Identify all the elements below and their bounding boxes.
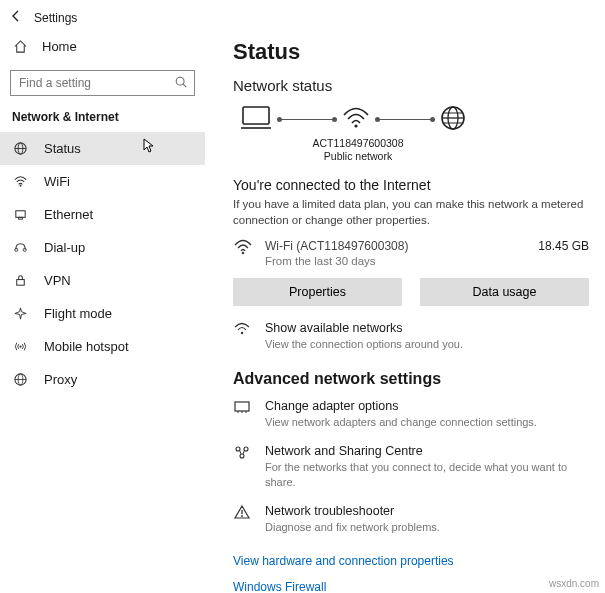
- network-status-heading: Network status: [233, 77, 589, 94]
- svg-point-35: [241, 515, 243, 517]
- advanced-heading: Advanced network settings: [233, 370, 589, 388]
- wifi-icon: [233, 238, 253, 259]
- vpn-icon: [12, 273, 28, 288]
- page-title: Status: [233, 39, 589, 65]
- wifi-label: Wi-Fi (ACT118497600308): [265, 238, 526, 254]
- option-desc: For the networks that you connect to, de…: [265, 460, 589, 489]
- network-diagram: [239, 104, 589, 135]
- svg-rect-7: [18, 217, 22, 219]
- airplane-icon: [12, 306, 28, 321]
- datausage-button[interactable]: Data usage: [420, 278, 589, 306]
- svg-rect-10: [16, 280, 24, 286]
- dialup-icon: [12, 240, 28, 255]
- troubleshooter-option[interactable]: Network troubleshooter Diagnose and fix …: [233, 503, 589, 535]
- sidebar-item-label: Flight mode: [44, 306, 112, 321]
- svg-point-31: [240, 454, 244, 458]
- show-networks-option[interactable]: Show available networks View the connect…: [233, 320, 589, 352]
- svg-point-17: [354, 124, 357, 127]
- sidebar-item-proxy[interactable]: Proxy: [0, 363, 205, 396]
- sidebar-item-flightmode[interactable]: Flight mode: [0, 297, 205, 330]
- option-title: Show available networks: [265, 320, 463, 336]
- search-box[interactable]: [10, 70, 195, 96]
- search-icon: [174, 75, 188, 92]
- sidebar-item-wifi[interactable]: WiFi: [0, 165, 205, 198]
- adapter-icon: [233, 398, 251, 415]
- option-title: Network and Sharing Centre: [265, 443, 589, 459]
- adapter-options[interactable]: Change adapter options View network adap…: [233, 398, 589, 430]
- wifi-icon: [12, 174, 28, 189]
- sidebar-item-label: Ethernet: [44, 207, 93, 222]
- sidebar-item-dialup[interactable]: Dial-up: [0, 231, 205, 264]
- diagram-connector: [377, 119, 433, 120]
- home-label: Home: [42, 39, 77, 54]
- ethernet-icon: [12, 207, 28, 222]
- svg-rect-6: [15, 211, 24, 218]
- sidebar-item-label: Proxy: [44, 372, 77, 387]
- sidebar-item-hotspot[interactable]: Mobile hotspot: [0, 330, 205, 363]
- option-title: Change adapter options: [265, 398, 537, 414]
- svg-point-24: [241, 332, 243, 334]
- sidebar: Home Network & Internet Status WiFi: [0, 29, 205, 593]
- globe-icon: [439, 104, 467, 135]
- diagram-connector: [279, 119, 335, 120]
- wifi-usage-value: 18.45 GB: [538, 238, 589, 253]
- option-desc: View the connection options around you.: [265, 337, 463, 351]
- wifi-list-icon: [233, 320, 251, 337]
- cursor-icon: [143, 138, 157, 156]
- wifi-sub: From the last 30 days: [265, 254, 526, 270]
- svg-point-11: [19, 345, 21, 347]
- home-button[interactable]: Home: [0, 33, 205, 60]
- link-hardware-properties[interactable]: View hardware and connection properties: [233, 554, 454, 568]
- watermark: wsxdn.com: [549, 578, 599, 589]
- option-desc: View network adapters and change connect…: [265, 415, 537, 429]
- hotspot-icon: [12, 339, 28, 354]
- wifi-usage-row: Wi-Fi (ACT118497600308) From the last 30…: [233, 238, 589, 270]
- svg-rect-15: [243, 107, 269, 124]
- svg-point-23: [242, 252, 244, 254]
- network-type: Public network: [233, 150, 483, 163]
- svg-rect-9: [23, 248, 26, 251]
- svg-rect-25: [235, 402, 249, 411]
- sidebar-item-label: WiFi: [44, 174, 70, 189]
- sidebar-item-label: Status: [44, 141, 81, 156]
- sidebar-item-label: VPN: [44, 273, 71, 288]
- sidebar-item-label: Dial-up: [44, 240, 85, 255]
- network-name: ACT118497600308: [233, 137, 483, 150]
- sharing-centre-option[interactable]: Network and Sharing Centre For the netwo…: [233, 443, 589, 489]
- connected-title: You're connected to the Internet: [233, 177, 589, 193]
- back-button[interactable]: [8, 8, 24, 27]
- sidebar-item-ethernet[interactable]: Ethernet: [0, 198, 205, 231]
- wifi-signal-icon: [341, 104, 371, 135]
- svg-line-32: [240, 450, 242, 454]
- properties-button[interactable]: Properties: [233, 278, 402, 306]
- connected-desc: If you have a limited data plan, you can…: [233, 197, 589, 228]
- computer-icon: [239, 104, 273, 135]
- search-input[interactable]: [17, 75, 174, 91]
- svg-point-5: [19, 185, 21, 187]
- sidebar-item-status[interactable]: Status: [0, 132, 205, 165]
- diagram-caption: ACT118497600308 Public network: [233, 137, 483, 163]
- option-title: Network troubleshooter: [265, 503, 440, 519]
- option-desc: Diagnose and fix network problems.: [265, 520, 440, 534]
- sharing-icon: [233, 443, 251, 460]
- svg-point-0: [176, 77, 184, 85]
- sidebar-section-title: Network & Internet: [0, 104, 205, 132]
- proxy-icon: [12, 372, 28, 387]
- warning-icon: [233, 503, 251, 520]
- link-windows-firewall[interactable]: Windows Firewall: [233, 580, 326, 593]
- sidebar-item-vpn[interactable]: VPN: [0, 264, 205, 297]
- titlebar: Settings: [0, 0, 605, 29]
- svg-line-33: [243, 450, 245, 454]
- home-icon: [12, 39, 28, 54]
- svg-rect-8: [14, 248, 17, 251]
- svg-line-1: [183, 84, 186, 87]
- main-content: Status Network status ACT118497600308 Pu…: [205, 29, 605, 593]
- status-icon: [12, 141, 28, 156]
- window-title: Settings: [34, 11, 77, 25]
- sidebar-item-label: Mobile hotspot: [44, 339, 129, 354]
